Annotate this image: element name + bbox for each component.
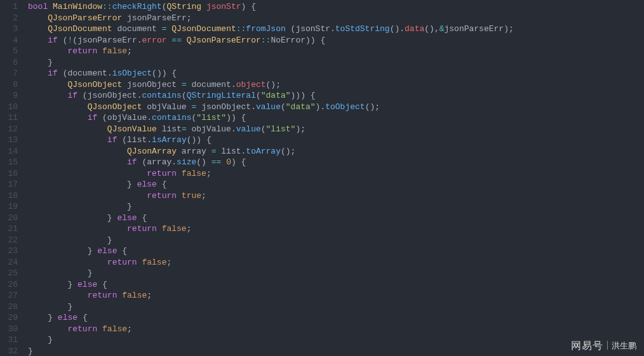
code-line[interactable]: } else { (28, 312, 644, 324)
code-line[interactable]: if (objValue.contains("list")) { (28, 112, 644, 124)
code-line[interactable]: if (jsonObject.contains(QStringLiteral("… (28, 90, 644, 102)
line-number: 7 (8, 68, 18, 79)
watermark-separator (607, 341, 608, 350)
code-line[interactable]: QJsonObject objValue = jsonObject.value(… (28, 102, 644, 113)
code-line[interactable]: } else { (28, 279, 644, 291)
code-line[interactable]: return true; (28, 190, 644, 202)
code-line[interactable]: QJsonDocument document = QJsonDocument::… (28, 23, 644, 35)
code-line[interactable]: QJsonArray array = list.toArray(); (28, 146, 644, 157)
line-number: 24 (8, 257, 18, 268)
line-number: 32 (8, 346, 18, 357)
line-number: 27 (8, 290, 18, 301)
code-line[interactable]: } else { (28, 213, 644, 224)
code-line[interactable]: return false; (28, 290, 644, 301)
line-number: 5 (8, 46, 18, 57)
line-number: 4 (8, 35, 18, 46)
line-number-gutter: 1234567891011121314151617181920212223242… (0, 0, 23, 356)
watermark: 网易号 洪生鹏 (571, 340, 636, 352)
code-line[interactable]: } (28, 301, 644, 313)
line-number: 20 (8, 213, 18, 224)
line-number: 22 (8, 235, 18, 246)
line-number: 13 (8, 135, 18, 146)
line-number: 31 (8, 334, 18, 346)
code-line[interactable]: } (28, 334, 644, 346)
line-number: 14 (8, 146, 18, 157)
line-number: 23 (8, 246, 18, 257)
line-number: 25 (8, 268, 18, 279)
line-number: 3 (8, 23, 18, 35)
line-number: 17 (8, 179, 18, 190)
code-line[interactable]: if (array.size() == 0) { (28, 157, 644, 168)
code-editor[interactable]: 1234567891011121314151617181920212223242… (0, 0, 644, 356)
watermark-author: 洪生鹏 (612, 340, 636, 352)
code-line[interactable]: return false; (28, 46, 644, 57)
code-line[interactable]: if (!(jsonParseErr.error == QJsonParseEr… (28, 35, 644, 46)
line-number: 1 (8, 1, 18, 13)
code-line[interactable]: QJsonObject jsonObject = document.object… (28, 79, 644, 91)
line-number: 8 (8, 79, 18, 91)
code-line[interactable]: return false; (28, 324, 644, 335)
line-number: 6 (8, 57, 18, 69)
watermark-logo: 网易号 (571, 340, 603, 352)
code-line[interactable]: } else { (28, 179, 644, 190)
line-number: 11 (8, 112, 18, 124)
line-number: 10 (8, 102, 18, 113)
line-number: 16 (8, 168, 18, 180)
line-number: 28 (8, 301, 18, 313)
code-line[interactable]: return false; (28, 168, 644, 180)
code-line[interactable]: } (28, 235, 644, 246)
line-number: 30 (8, 324, 18, 335)
line-number: 15 (8, 157, 18, 168)
code-line[interactable]: } (28, 268, 644, 279)
line-number: 21 (8, 223, 18, 235)
line-number: 18 (8, 190, 18, 202)
code-line[interactable]: } else { (28, 246, 644, 257)
code-content[interactable]: bool MainWindow::checkRight(QString json… (23, 0, 644, 356)
code-line[interactable]: } (28, 346, 644, 357)
code-line[interactable]: QJsonParseError jsonParseErr; (28, 13, 644, 24)
code-line[interactable]: } (28, 201, 644, 213)
line-number: 19 (8, 201, 18, 213)
line-number: 12 (8, 124, 18, 135)
code-line[interactable]: if (document.isObject()) { (28, 68, 644, 79)
code-line[interactable]: return false; (28, 257, 644, 268)
line-number: 9 (8, 90, 18, 102)
line-number: 26 (8, 279, 18, 291)
line-number: 29 (8, 312, 18, 324)
line-number: 2 (8, 13, 18, 24)
code-line[interactable]: bool MainWindow::checkRight(QString json… (28, 1, 644, 13)
code-line[interactable]: } (28, 57, 644, 69)
code-line[interactable]: if (list.isArray()) { (28, 135, 644, 146)
code-line[interactable]: QJsonValue list= objValue.value("list"); (28, 124, 644, 135)
code-line[interactable]: return false; (28, 223, 644, 235)
